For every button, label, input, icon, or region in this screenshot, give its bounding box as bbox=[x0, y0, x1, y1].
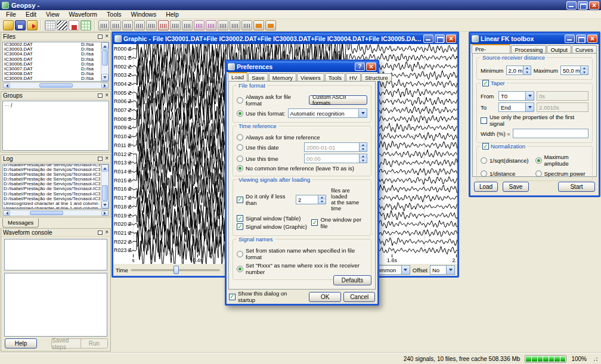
tool-07-icon[interactable] bbox=[170, 20, 181, 30]
import-signals-icon[interactable] bbox=[27, 20, 38, 30]
scroll-right-icon[interactable] bbox=[101, 83, 109, 88]
file-count-spinner[interactable]: 2 bbox=[296, 195, 326, 204]
chart-window-icon[interactable] bbox=[69, 20, 79, 30]
scrollbar-thumb[interactable] bbox=[102, 50, 108, 66]
signal-window-graphic-checkbox[interactable] bbox=[237, 223, 243, 230]
taper-from-select[interactable]: T0 bbox=[498, 91, 534, 101]
ask-file-format-radio[interactable] bbox=[237, 97, 243, 104]
tool-06-icon[interactable] bbox=[158, 20, 169, 30]
save-button[interactable]: Save bbox=[503, 182, 529, 192]
tool-09-icon[interactable] bbox=[194, 20, 205, 30]
tool-13-icon[interactable] bbox=[241, 20, 252, 30]
file-row[interactable]: IC30006.DAT D:/Isa bbox=[4, 62, 100, 67]
files-horizontal-scrollbar[interactable] bbox=[2, 82, 109, 89]
time-slider[interactable] bbox=[131, 265, 220, 275]
minimum-distance-spinner[interactable]: 2,0 m bbox=[506, 66, 531, 75]
normalization-checkbox[interactable] bbox=[482, 143, 489, 150]
tool-15-icon[interactable] bbox=[265, 20, 276, 30]
fk-tab[interactable]: Pre-processing bbox=[472, 44, 510, 53]
menu-item[interactable]: Windows bbox=[126, 11, 162, 18]
close-icon[interactable] bbox=[589, 1, 599, 10]
tool-08-icon[interactable] bbox=[182, 20, 193, 30]
preferences-titlebar[interactable]: Preferences bbox=[227, 61, 377, 72]
close-panel-icon[interactable]: × bbox=[105, 156, 109, 161]
from-station-radio[interactable] bbox=[237, 251, 243, 257]
chevron-down-icon[interactable] bbox=[446, 266, 454, 274]
cancel-button[interactable]: Cancel bbox=[343, 292, 375, 302]
close-icon[interactable] bbox=[366, 63, 376, 71]
graphic-window-icon[interactable] bbox=[57, 20, 67, 30]
group-root-item[interactable]: / bbox=[5, 102, 106, 108]
preferences-tab[interactable]: Load bbox=[228, 72, 247, 81]
tool-04-icon[interactable] bbox=[134, 20, 145, 30]
resize-grip[interactable] bbox=[591, 355, 599, 362]
float-panel-icon[interactable] bbox=[98, 157, 103, 161]
help-button[interactable]: Help bbox=[5, 338, 37, 349]
do-it-only-checkbox[interactable] bbox=[237, 197, 243, 203]
no-common-time-radio[interactable] bbox=[237, 165, 243, 172]
menu-item[interactable]: Tools bbox=[102, 11, 126, 18]
spin-down-icon[interactable] bbox=[581, 70, 588, 74]
minimize-icon[interactable] bbox=[565, 35, 575, 43]
preferences-tab[interactable]: Structure bbox=[361, 73, 392, 81]
file-format-select[interactable]: Automatic recognition bbox=[288, 108, 367, 118]
spin-up-icon[interactable] bbox=[318, 195, 326, 200]
one-window-per-file-checkbox[interactable] bbox=[311, 219, 318, 226]
maximize-icon[interactable] bbox=[435, 35, 445, 43]
normalization-radio[interactable]: Maximum amplitude bbox=[535, 154, 589, 167]
minimize-icon[interactable] bbox=[423, 35, 433, 43]
normalization-radio[interactable]: 1/sqrt(distance) bbox=[481, 154, 534, 167]
preferences-tab[interactable]: Tools bbox=[325, 73, 345, 81]
maximize-icon[interactable] bbox=[578, 1, 588, 10]
float-panel-icon[interactable] bbox=[98, 94, 103, 98]
spin-down-icon[interactable] bbox=[318, 200, 326, 204]
file-row[interactable]: IC30009.DAT D:/Isa bbox=[4, 76, 100, 81]
scroll-left-icon[interactable] bbox=[3, 210, 10, 216]
close-panel-icon[interactable]: × bbox=[105, 230, 109, 235]
tool-03-icon[interactable] bbox=[122, 20, 133, 30]
taper-to-select[interactable]: End bbox=[498, 102, 534, 112]
tool-02-icon[interactable] bbox=[110, 20, 121, 30]
open-icon[interactable] bbox=[3, 20, 14, 30]
signal-window-table-checkbox[interactable] bbox=[237, 215, 243, 222]
set-rxxx-radio[interactable] bbox=[237, 266, 243, 272]
tool-01-icon[interactable] bbox=[98, 20, 109, 30]
menu-item[interactable]: Help bbox=[161, 11, 184, 18]
chevron-down-icon[interactable] bbox=[525, 92, 534, 100]
console-script-area[interactable] bbox=[4, 273, 107, 337]
scroll-left-icon[interactable] bbox=[3, 83, 10, 88]
menu-item[interactable]: Waveform bbox=[64, 11, 102, 18]
close-panel-icon[interactable]: × bbox=[105, 34, 109, 39]
file-row[interactable]: IC30010.DAT D:/Isa bbox=[4, 82, 100, 82]
first-signal-checkbox[interactable] bbox=[481, 117, 487, 124]
ask-time-reference-radio[interactable] bbox=[237, 134, 243, 141]
fk-tab[interactable]: Output bbox=[547, 45, 571, 53]
chevron-down-icon[interactable] bbox=[358, 109, 367, 117]
show-dialog-startup-checkbox[interactable] bbox=[229, 294, 236, 300]
chevron-down-icon[interactable] bbox=[401, 266, 410, 274]
custom-ascii-formats-button[interactable]: Custom ASCII formats bbox=[309, 95, 367, 105]
fk-titlebar[interactable]: Linear FK toolbox bbox=[470, 33, 599, 44]
table-window-icon[interactable] bbox=[45, 20, 55, 30]
log-horizontal-scrollbar[interactable] bbox=[2, 210, 109, 216]
tool-11-icon[interactable] bbox=[218, 20, 228, 30]
file-row[interactable]: IC30008.DAT D:/Isa bbox=[4, 71, 100, 76]
tool-12-icon[interactable] bbox=[230, 20, 240, 30]
float-panel-icon[interactable] bbox=[98, 231, 103, 235]
groups-tree[interactable]: / bbox=[2, 101, 109, 151]
offset-select[interactable]: No bbox=[430, 265, 455, 275]
scrollbar-thumb[interactable] bbox=[39, 83, 73, 88]
file-row[interactable]: IC30003.DAT D:/Isa bbox=[4, 47, 100, 52]
scrollbar-thumb[interactable] bbox=[30, 211, 63, 215]
graphic-titlebar[interactable]: Graphic - File IC30001.DAT+File IC30002.… bbox=[113, 33, 457, 44]
maximize-icon[interactable] bbox=[576, 35, 586, 43]
close-icon[interactable] bbox=[587, 35, 597, 43]
file-row[interactable]: IC30002.DAT D:/Isa bbox=[4, 42, 100, 47]
fk-tab[interactable]: Curves bbox=[572, 45, 597, 53]
preferences-tab[interactable]: Viewers bbox=[297, 73, 324, 81]
scrollbar-thumb[interactable] bbox=[102, 185, 108, 201]
start-button[interactable]: Start bbox=[558, 182, 595, 192]
log-vertical-scrollbar[interactable] bbox=[101, 164, 109, 209]
scroll-up-icon[interactable] bbox=[101, 164, 109, 172]
minimize-icon[interactable] bbox=[566, 1, 577, 10]
